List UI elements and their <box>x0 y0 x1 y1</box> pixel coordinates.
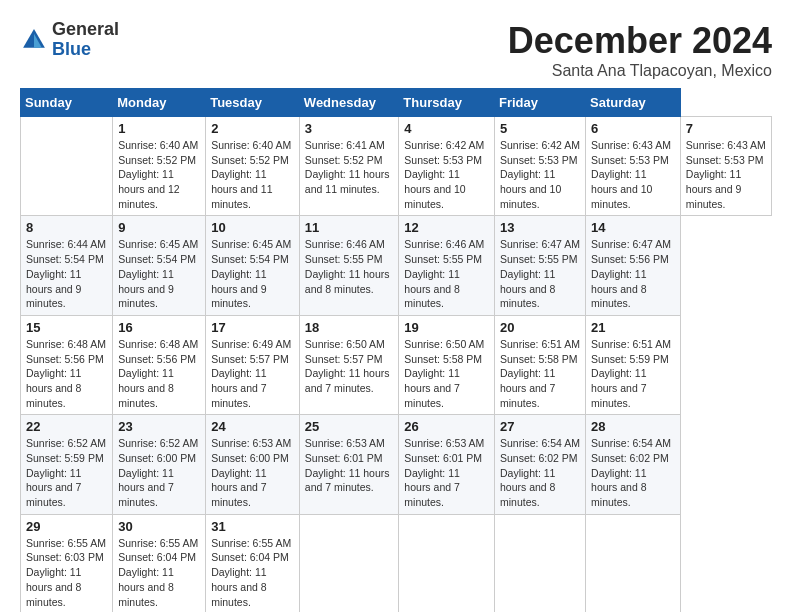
calendar-cell: 15Sunrise: 6:48 AMSunset: 5:56 PMDayligh… <box>21 315 113 414</box>
title-area: December 2024 Santa Ana Tlapacoyan, Mexi… <box>508 20 772 80</box>
day-info: Sunrise: 6:53 AMSunset: 6:01 PMDaylight:… <box>404 436 489 509</box>
logo-text: General Blue <box>52 20 119 60</box>
calendar-week-row: 8Sunrise: 6:44 AMSunset: 5:54 PMDaylight… <box>21 216 772 315</box>
calendar-cell <box>586 514 681 612</box>
calendar-cell: 4Sunrise: 6:42 AMSunset: 5:53 PMDaylight… <box>399 117 495 216</box>
day-info: Sunrise: 6:46 AMSunset: 5:55 PMDaylight:… <box>404 237 489 310</box>
day-number: 19 <box>404 320 489 335</box>
day-number: 30 <box>118 519 200 534</box>
day-info: Sunrise: 6:52 AMSunset: 6:00 PMDaylight:… <box>118 436 200 509</box>
calendar-cell: 11Sunrise: 6:46 AMSunset: 5:55 PMDayligh… <box>299 216 399 315</box>
calendar-cell: 8Sunrise: 6:44 AMSunset: 5:54 PMDaylight… <box>21 216 113 315</box>
calendar-cell: 6Sunrise: 6:43 AMSunset: 5:53 PMDaylight… <box>586 117 681 216</box>
day-info: Sunrise: 6:51 AMSunset: 5:59 PMDaylight:… <box>591 337 675 410</box>
day-info: Sunrise: 6:40 AMSunset: 5:52 PMDaylight:… <box>211 138 294 211</box>
column-header-wednesday: Wednesday <box>299 89 399 117</box>
calendar-cell: 25Sunrise: 6:53 AMSunset: 6:01 PMDayligh… <box>299 415 399 514</box>
column-header-sunday: Sunday <box>21 89 113 117</box>
calendar-cell: 7Sunrise: 6:43 AMSunset: 5:53 PMDaylight… <box>680 117 771 216</box>
day-info: Sunrise: 6:49 AMSunset: 5:57 PMDaylight:… <box>211 337 294 410</box>
day-number: 8 <box>26 220 107 235</box>
day-number: 25 <box>305 419 394 434</box>
day-number: 5 <box>500 121 580 136</box>
calendar-cell <box>21 117 113 216</box>
day-number: 29 <box>26 519 107 534</box>
day-info: Sunrise: 6:42 AMSunset: 5:53 PMDaylight:… <box>500 138 580 211</box>
day-number: 17 <box>211 320 294 335</box>
day-number: 27 <box>500 419 580 434</box>
day-number: 16 <box>118 320 200 335</box>
day-info: Sunrise: 6:51 AMSunset: 5:58 PMDaylight:… <box>500 337 580 410</box>
day-info: Sunrise: 6:40 AMSunset: 5:52 PMDaylight:… <box>118 138 200 211</box>
day-info: Sunrise: 6:55 AMSunset: 6:04 PMDaylight:… <box>211 536 294 609</box>
calendar-table: SundayMondayTuesdayWednesdayThursdayFrid… <box>20 88 772 612</box>
day-info: Sunrise: 6:50 AMSunset: 5:58 PMDaylight:… <box>404 337 489 410</box>
calendar-header-row: SundayMondayTuesdayWednesdayThursdayFrid… <box>21 89 772 117</box>
calendar-cell: 5Sunrise: 6:42 AMSunset: 5:53 PMDaylight… <box>494 117 585 216</box>
calendar-cell: 27Sunrise: 6:54 AMSunset: 6:02 PMDayligh… <box>494 415 585 514</box>
calendar-cell: 24Sunrise: 6:53 AMSunset: 6:00 PMDayligh… <box>206 415 300 514</box>
day-number: 2 <box>211 121 294 136</box>
logo-blue: Blue <box>52 39 91 59</box>
day-number: 22 <box>26 419 107 434</box>
column-header-monday: Monday <box>113 89 206 117</box>
calendar-cell: 14Sunrise: 6:47 AMSunset: 5:56 PMDayligh… <box>586 216 681 315</box>
calendar-cell: 2Sunrise: 6:40 AMSunset: 5:52 PMDaylight… <box>206 117 300 216</box>
day-number: 18 <box>305 320 394 335</box>
day-number: 10 <box>211 220 294 235</box>
calendar-cell: 29Sunrise: 6:55 AMSunset: 6:03 PMDayligh… <box>21 514 113 612</box>
calendar-cell: 28Sunrise: 6:54 AMSunset: 6:02 PMDayligh… <box>586 415 681 514</box>
month-title: December 2024 <box>508 20 772 62</box>
calendar-cell: 26Sunrise: 6:53 AMSunset: 6:01 PMDayligh… <box>399 415 495 514</box>
day-info: Sunrise: 6:42 AMSunset: 5:53 PMDaylight:… <box>404 138 489 211</box>
day-number: 4 <box>404 121 489 136</box>
day-number: 1 <box>118 121 200 136</box>
day-info: Sunrise: 6:43 AMSunset: 5:53 PMDaylight:… <box>591 138 675 211</box>
calendar-week-row: 29Sunrise: 6:55 AMSunset: 6:03 PMDayligh… <box>21 514 772 612</box>
column-header-thursday: Thursday <box>399 89 495 117</box>
day-number: 31 <box>211 519 294 534</box>
day-number: 28 <box>591 419 675 434</box>
calendar-cell: 23Sunrise: 6:52 AMSunset: 6:00 PMDayligh… <box>113 415 206 514</box>
day-number: 9 <box>118 220 200 235</box>
calendar-cell: 21Sunrise: 6:51 AMSunset: 5:59 PMDayligh… <box>586 315 681 414</box>
day-number: 13 <box>500 220 580 235</box>
day-info: Sunrise: 6:46 AMSunset: 5:55 PMDaylight:… <box>305 237 394 296</box>
calendar-cell: 17Sunrise: 6:49 AMSunset: 5:57 PMDayligh… <box>206 315 300 414</box>
logo: General Blue <box>20 20 119 60</box>
day-info: Sunrise: 6:47 AMSunset: 5:56 PMDaylight:… <box>591 237 675 310</box>
calendar-week-row: 15Sunrise: 6:48 AMSunset: 5:56 PMDayligh… <box>21 315 772 414</box>
day-number: 12 <box>404 220 489 235</box>
day-info: Sunrise: 6:54 AMSunset: 6:02 PMDaylight:… <box>591 436 675 509</box>
day-info: Sunrise: 6:48 AMSunset: 5:56 PMDaylight:… <box>26 337 107 410</box>
calendar-week-row: 22Sunrise: 6:52 AMSunset: 5:59 PMDayligh… <box>21 415 772 514</box>
day-number: 15 <box>26 320 107 335</box>
calendar-cell <box>494 514 585 612</box>
column-header-tuesday: Tuesday <box>206 89 300 117</box>
day-info: Sunrise: 6:54 AMSunset: 6:02 PMDaylight:… <box>500 436 580 509</box>
page-header: General Blue December 2024 Santa Ana Tla… <box>20 20 772 80</box>
day-number: 21 <box>591 320 675 335</box>
day-number: 7 <box>686 121 766 136</box>
day-info: Sunrise: 6:50 AMSunset: 5:57 PMDaylight:… <box>305 337 394 396</box>
day-number: 11 <box>305 220 394 235</box>
day-info: Sunrise: 6:53 AMSunset: 6:00 PMDaylight:… <box>211 436 294 509</box>
day-number: 23 <box>118 419 200 434</box>
day-info: Sunrise: 6:44 AMSunset: 5:54 PMDaylight:… <box>26 237 107 310</box>
day-info: Sunrise: 6:48 AMSunset: 5:56 PMDaylight:… <box>118 337 200 410</box>
location-title: Santa Ana Tlapacoyan, Mexico <box>508 62 772 80</box>
logo-general: General <box>52 19 119 39</box>
calendar-cell <box>399 514 495 612</box>
calendar-cell <box>299 514 399 612</box>
calendar-cell: 22Sunrise: 6:52 AMSunset: 5:59 PMDayligh… <box>21 415 113 514</box>
day-info: Sunrise: 6:47 AMSunset: 5:55 PMDaylight:… <box>500 237 580 310</box>
calendar-cell: 30Sunrise: 6:55 AMSunset: 6:04 PMDayligh… <box>113 514 206 612</box>
calendar-week-row: 1Sunrise: 6:40 AMSunset: 5:52 PMDaylight… <box>21 117 772 216</box>
day-number: 14 <box>591 220 675 235</box>
day-info: Sunrise: 6:52 AMSunset: 5:59 PMDaylight:… <box>26 436 107 509</box>
day-number: 24 <box>211 419 294 434</box>
calendar-cell: 31Sunrise: 6:55 AMSunset: 6:04 PMDayligh… <box>206 514 300 612</box>
calendar-cell: 16Sunrise: 6:48 AMSunset: 5:56 PMDayligh… <box>113 315 206 414</box>
day-number: 3 <box>305 121 394 136</box>
day-number: 6 <box>591 121 675 136</box>
